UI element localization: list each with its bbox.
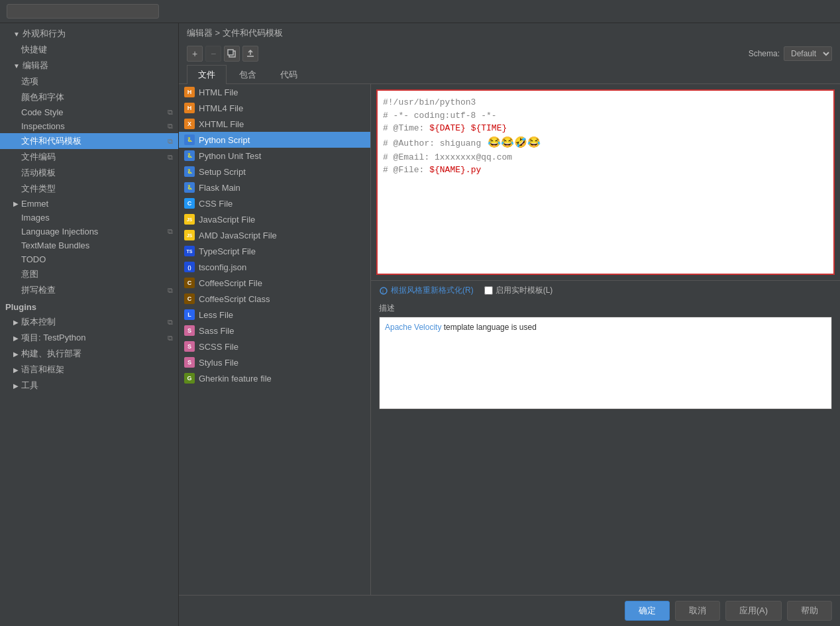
live-template-checkbox-input[interactable]	[484, 286, 493, 295]
ok-button[interactable]: 确定	[625, 601, 670, 621]
tab-code[interactable]: 代码	[269, 65, 309, 84]
sidebar-group-tools[interactable]: ▶ 工具	[0, 378, 178, 393]
sidebar-group-editor[interactable]: ▼ 编辑器	[0, 58, 178, 74]
sidebar-item-file-encoding[interactable]: 文件编码 ⧉	[0, 149, 178, 165]
sidebar-item-intention[interactable]: 意图	[0, 266, 178, 282]
sidebar-item-language-injections[interactable]: Language Injections ⧉	[0, 225, 178, 238]
file-list-item-6[interactable]: 🐍Flask Main	[179, 180, 370, 195]
sidebar-group-project[interactable]: ▶ 项目: TestPython ⧉	[0, 330, 178, 346]
add-button[interactable]: +	[187, 46, 203, 62]
expand-icon: ▼	[13, 30, 20, 38]
file-list-item-0[interactable]: HHTML File	[179, 84, 370, 100]
sidebar-item-label: 版本控制	[21, 316, 56, 328]
sidebar-item-colors[interactable]: 颜色和字体	[0, 89, 178, 105]
sidebar-item-file-types[interactable]: 文件类型	[0, 181, 178, 197]
file-icon: TS	[184, 246, 195, 256]
file-list-item-10[interactable]: TSTypeScript File	[179, 243, 370, 259]
file-list-item-16[interactable]: SSCSS File	[179, 339, 370, 354]
sidebar-group-appearance[interactable]: ▼ 外观和行为	[0, 26, 178, 42]
sidebar-group-emmet[interactable]: ▶ Emmet	[0, 197, 178, 211]
expand-icon: ▶	[13, 319, 19, 326]
file-list-item-5[interactable]: 🐍Setup Script	[179, 164, 370, 180]
tab-files[interactable]: 文件	[187, 65, 227, 84]
help-button[interactable]: 帮助	[787, 601, 832, 621]
sidebar-item-label: 快捷键	[21, 44, 47, 56]
toolbar: + − Schema: Default	[179, 43, 840, 64]
file-item-label: Python Unit Test	[199, 151, 261, 161]
sidebar-item-label: 颜色和字体	[21, 91, 64, 103]
file-list-item-17[interactable]: SStylus File	[179, 354, 370, 370]
file-list-item-3[interactable]: 🐍Python Script	[179, 132, 370, 148]
apache-velocity-link[interactable]: Apache Velocity	[385, 323, 441, 332]
sidebar-item-textmate[interactable]: TextMate Bundles	[0, 238, 178, 252]
file-item-label: Stylus File	[199, 358, 238, 368]
copy-icon	[227, 49, 236, 58]
expand-icon: ▶	[13, 335, 19, 342]
file-item-label: Gherkin feature file	[199, 374, 272, 384]
file-list-item-2[interactable]: XXHTML File	[179, 116, 370, 132]
file-list-item-14[interactable]: LLess File	[179, 307, 370, 323]
expand-icon: ▼	[13, 62, 20, 70]
file-icon: {}	[184, 262, 195, 272]
sidebar-item-spelling[interactable]: 拼写检查 ⧉	[0, 282, 178, 298]
sidebar-item-code-style[interactable]: Code Style ⧉	[0, 105, 178, 119]
schema-select[interactable]: Default	[784, 46, 832, 61]
apply-button[interactable]: 应用(A)	[725, 601, 782, 621]
file-icon: 🐍	[184, 182, 195, 193]
sidebar-group-build[interactable]: ▶ 构建、执行部署	[0, 346, 178, 362]
file-list-item-1[interactable]: HHTML4 File	[179, 100, 370, 116]
file-list-item-8[interactable]: JSJavaScript File	[179, 211, 370, 227]
code-editor[interactable]: #!/usr/bin/python3 # -*- coding:utf-8 -*…	[376, 89, 835, 275]
file-list-item-11[interactable]: {}tsconfig.json	[179, 259, 370, 275]
sidebar-item-label: 选项	[21, 76, 38, 87]
file-icon: 🐍	[184, 166, 195, 177]
sidebar-item-live-templates[interactable]: 活动模板	[0, 165, 178, 181]
copy-button[interactable]	[224, 46, 240, 62]
copy-icon: ⧉	[168, 108, 173, 117]
sidebar-item-options[interactable]: 选项	[0, 74, 178, 89]
copy-icon: ⧉	[168, 334, 173, 342]
file-item-label: Less File	[199, 310, 233, 320]
file-icon: G	[184, 373, 195, 384]
file-list-item-4[interactable]: 🐍Python Unit Test	[179, 148, 370, 164]
sidebar-item-todo[interactable]: TODO	[0, 252, 178, 266]
copy-icon: ⧉	[168, 153, 173, 162]
copy-icon: ⧉	[168, 227, 173, 236]
live-template-checkbox[interactable]: 启用实时模板(L)	[484, 285, 553, 296]
sidebar-item-shortcuts[interactable]: 快捷键	[0, 42, 178, 58]
file-icon: H	[184, 87, 195, 97]
file-list-item-18[interactable]: GGherkin feature file	[179, 370, 370, 386]
file-item-label: XHTML File	[199, 119, 244, 129]
sidebar-item-label: 拼写检查	[21, 284, 56, 296]
file-item-label: TypeScript File	[199, 246, 256, 256]
sidebar-group-vcs[interactable]: ▶ 版本控制 ⧉	[0, 314, 178, 330]
export-button[interactable]	[242, 46, 258, 62]
tab-includes[interactable]: 包含	[228, 65, 268, 84]
file-icon: C	[184, 293, 195, 304]
file-list-item-12[interactable]: CCoffeeScript File	[179, 275, 370, 291]
schema-label: Schema:	[749, 49, 780, 58]
code-preview-area: #!/usr/bin/python3 # -*- coding:utf-8 -*…	[371, 84, 840, 595]
sidebar-item-label: 工具	[21, 380, 38, 391]
code-line-5: # @Email: 1xxxxxxx@qq.com	[383, 151, 828, 164]
sidebar-item-label: 构建、执行部署	[21, 348, 81, 360]
file-list-item-15[interactable]: SSass File	[179, 323, 370, 339]
file-icon: H	[184, 103, 195, 113]
cancel-button[interactable]: 取消	[675, 601, 720, 621]
description-box: Apache Velocity template language is use…	[379, 317, 832, 409]
sidebar-item-images[interactable]: Images	[0, 211, 178, 225]
sidebar-item-inspections[interactable]: Inspections ⧉	[0, 119, 178, 133]
reformat-link[interactable]: i 根据风格重新格式化(R)	[379, 285, 474, 296]
svg-text:i: i	[382, 288, 384, 295]
search-input[interactable]	[7, 4, 159, 19]
file-list-item-7[interactable]: CCSS File	[179, 195, 370, 211]
sidebar-item-label: TextMate Bundles	[21, 240, 89, 250]
sidebar-item-label: Code Style	[21, 107, 64, 117]
reformat-icon: i	[379, 286, 388, 295]
sidebar-item-file-templates[interactable]: 文件和代码模板 ⧉	[0, 133, 178, 149]
file-item-label: Sass File	[199, 326, 234, 336]
sidebar-group-lang[interactable]: ▶ 语言和框架	[0, 362, 178, 378]
remove-button[interactable]: −	[205, 46, 221, 62]
file-list-item-13[interactable]: CCoffeeScript Class	[179, 291, 370, 307]
file-list-item-9[interactable]: JSAMD JavaScript File	[179, 227, 370, 243]
